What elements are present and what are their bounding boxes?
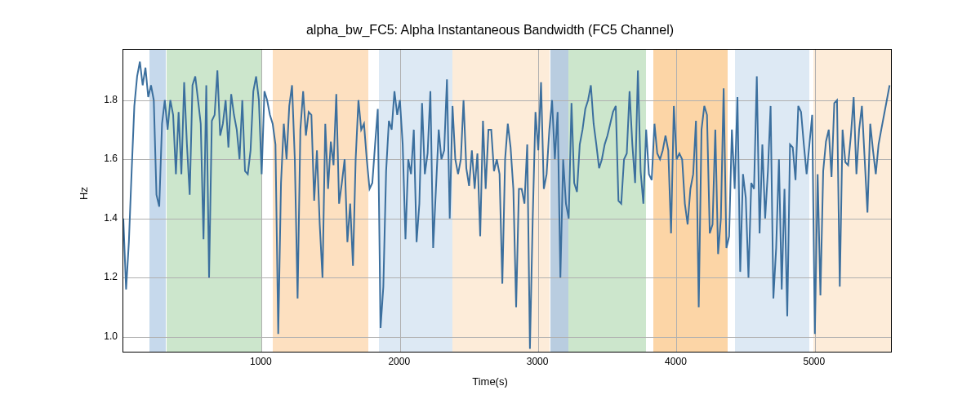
y-tick-label: 1.4 bbox=[85, 212, 118, 224]
line-series bbox=[123, 50, 891, 352]
data-line bbox=[123, 62, 889, 349]
x-tick-label: 4000 bbox=[665, 356, 687, 367]
chart-title: alpha_bw_FC5: Alpha Instantaneous Bandwi… bbox=[0, 23, 980, 38]
x-tick-label: 5000 bbox=[803, 356, 825, 367]
y-axis-label: Hz bbox=[78, 187, 90, 200]
x-tick-label: 1000 bbox=[250, 356, 272, 367]
x-axis-label: Time(s) bbox=[0, 375, 980, 388]
x-tick-label: 2000 bbox=[388, 356, 410, 367]
x-tick-label: 3000 bbox=[527, 356, 549, 367]
plot-area bbox=[122, 49, 892, 353]
y-tick-label: 1.8 bbox=[85, 94, 118, 105]
y-tick-label: 1.0 bbox=[85, 330, 118, 342]
y-tick-label: 1.2 bbox=[85, 271, 118, 282]
y-tick-label: 1.6 bbox=[85, 153, 118, 164]
